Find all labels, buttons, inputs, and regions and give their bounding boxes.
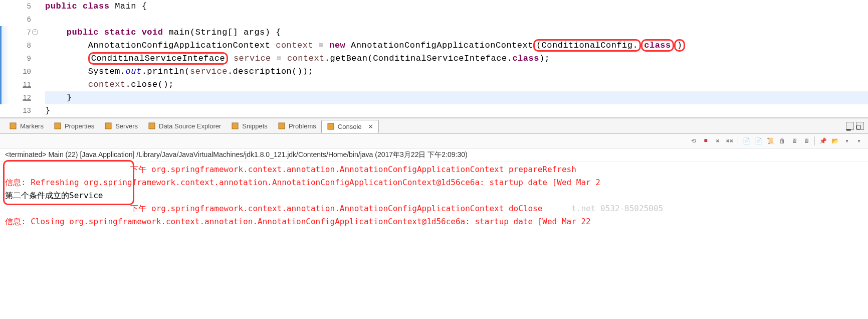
line-number: 12 [0, 91, 31, 104]
line-number: 10 [0, 65, 31, 78]
line-gutter: 567−8910111213 [0, 0, 35, 117]
tab-label: Problems [289, 122, 316, 130]
code-line[interactable]: public static void main(String[] args) { [45, 26, 868, 39]
scroll-button[interactable]: 📜 [765, 136, 775, 146]
tab-problems[interactable]: Problems [273, 119, 321, 132]
code-line[interactable]: ConditinalServiceInteface service = cont… [45, 52, 868, 65]
markers-icon [9, 122, 17, 130]
maximize-view-button[interactable]: ▢ [856, 122, 864, 130]
doc-green-button[interactable]: 📄 [753, 136, 763, 146]
svg-rect-0 [10, 123, 16, 129]
console-line: 信息: Closing org.springframework.context.… [5, 215, 863, 228]
minimize-view-button[interactable]: ▁ [846, 122, 854, 130]
code-line[interactable]: AnnotationConfigApplicationContext conte… [45, 39, 868, 52]
line-number: 5 [0, 0, 31, 13]
views-tab-bar: MarkersPropertiesServersData Source Expl… [0, 118, 868, 134]
code-line[interactable]: context.close(); [45, 78, 868, 91]
code-line[interactable]: public class Main { [45, 0, 868, 13]
tab-data-source-explorer[interactable]: Data Source Explorer [143, 119, 226, 132]
clear-button[interactable]: 🗑 [777, 136, 787, 146]
doc-lock-button[interactable]: 📄 [741, 136, 751, 146]
pin-button[interactable]: 📌 [818, 136, 828, 146]
line-number: 11 [0, 78, 31, 91]
display-button[interactable]: 🖥 [789, 136, 799, 146]
svg-rect-1 [55, 123, 61, 129]
dropdown-button[interactable]: ▾ [842, 136, 852, 146]
line-number: 8 [0, 39, 31, 52]
open-button[interactable]: 📂 [830, 136, 840, 146]
dropdown2-button[interactable]: ▾ [854, 136, 864, 146]
remove-x-button[interactable]: ✖ [713, 136, 723, 146]
tab-properties[interactable]: Properties [49, 119, 99, 132]
code-line[interactable]: } [45, 91, 868, 104]
stop-button[interactable]: ■ [701, 136, 711, 146]
svg-rect-2 [105, 123, 111, 129]
console-output[interactable]: 下午 org.springframework.context.annotatio… [0, 162, 868, 229]
tab-label: Data Source Explorer [159, 122, 221, 130]
svg-rect-6 [328, 123, 334, 129]
properties-icon [54, 122, 62, 130]
svg-rect-3 [149, 123, 155, 129]
code-line[interactable]: } [45, 104, 868, 117]
display2-button[interactable]: 🖥 [801, 136, 811, 146]
tab-label: Markers [20, 122, 44, 130]
console-toolbar: ⟲■✖✖✖📄📄📜🗑🖥🖥📌📂▾▾ [0, 134, 868, 148]
console-line: 下午 org.springframework.context.annotatio… [5, 163, 863, 176]
code-content[interactable]: public class Main { public static void m… [35, 0, 868, 117]
fold-toggle-icon[interactable]: − [32, 29, 38, 35]
line-number: 6 [0, 13, 31, 26]
tab-label: Servers [115, 122, 138, 130]
svg-rect-4 [232, 123, 238, 129]
close-tab-icon[interactable]: ✕ [368, 123, 373, 130]
code-editor[interactable]: 567−8910111213 public class Main { publi… [0, 0, 868, 118]
tab-snippets[interactable]: Snippets [226, 119, 273, 132]
code-line[interactable] [45, 13, 868, 26]
datasource-icon [148, 122, 156, 130]
tab-console[interactable]: Console✕ [321, 120, 379, 133]
servers-icon [104, 122, 112, 130]
code-line[interactable]: System.out.println(service.description()… [45, 65, 868, 78]
view-window-controls: ▁ ▢ [846, 122, 864, 130]
tab-label: Properties [65, 122, 94, 130]
tab-label: Snippets [242, 122, 268, 130]
refresh-button[interactable]: ⟲ [689, 136, 699, 146]
snippets-icon [231, 122, 239, 130]
problems-icon [278, 122, 286, 130]
tab-label: Console [338, 123, 362, 130]
line-number: 13 [0, 104, 31, 117]
line-number: 9 [0, 52, 31, 65]
console-icon [327, 122, 335, 130]
watermark-text: t.net 0532-85025005 [542, 204, 663, 213]
tab-servers[interactable]: Servers [99, 119, 143, 132]
svg-rect-5 [279, 123, 285, 129]
console-run-header: <terminated> Main (22) [Java Application… [0, 148, 868, 162]
line-number: 7− [0, 26, 31, 39]
console-line: 信息: Refreshing org.springframework.conte… [5, 176, 863, 189]
tab-markers[interactable]: Markers [4, 119, 49, 132]
remove-xx-button[interactable]: ✖✖ [725, 136, 735, 146]
console-line: 下午 org.springframework.context.annotatio… [5, 202, 863, 215]
console-line: 第二个条件成立的Service [5, 189, 863, 202]
